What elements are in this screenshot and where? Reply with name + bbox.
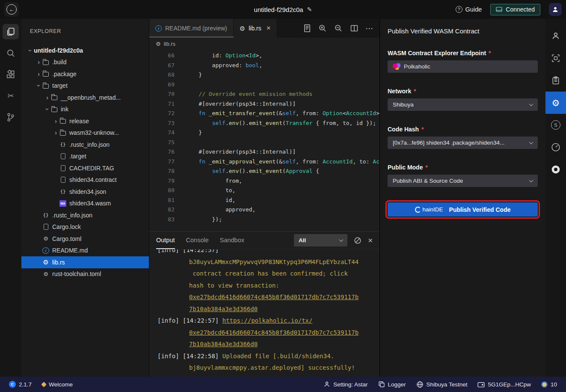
split-editor-icon[interactable] bbox=[350, 24, 359, 33]
code-line: 77 fn _emit_approval_event(&self, from: … bbox=[149, 157, 379, 167]
tab-console[interactable]: Console bbox=[186, 232, 209, 249]
balance-indicator[interactable]: 10 bbox=[538, 381, 560, 388]
question-icon: ? bbox=[456, 6, 462, 13]
setting-button[interactable]: Setting: Astar bbox=[320, 381, 370, 388]
chevron-right-icon: › bbox=[52, 129, 59, 136]
back-button[interactable]: ← bbox=[4, 2, 19, 17]
extensions-activity-button[interactable] bbox=[3, 67, 19, 82]
output-line: 7b10ab384a3e3d366d0 bbox=[157, 339, 379, 350]
tree-item-.package[interactable]: ›.package bbox=[21, 68, 149, 80]
tree-item-wasm32-unknow...[interactable]: ›wasm32-unknow... bbox=[21, 127, 149, 139]
endpoint-field[interactable]: Polkaholic bbox=[388, 60, 538, 73]
log-link[interactable]: 0xe27bdcd6416d66074c845b8f36d01717db7c7c… bbox=[189, 329, 359, 336]
ai-panel-button[interactable]: S bbox=[545, 114, 566, 136]
log-link[interactable]: 7b10ab384a3e3d366d0 bbox=[189, 341, 258, 347]
tree-item-lib.rs[interactable]: ⚙lib.rs bbox=[21, 256, 149, 268]
tree-item-label: wasm32-unknow... bbox=[69, 129, 119, 136]
tab-sandbox[interactable]: Sandbox bbox=[220, 232, 244, 249]
publish-panel: Publish Verified WASM Contract WASM Cont… bbox=[379, 19, 545, 377]
code-line: 67 approved: bool, bbox=[149, 61, 379, 71]
assistant-panel-button[interactable] bbox=[545, 25, 566, 47]
folder-icon bbox=[42, 59, 49, 65]
tree-item-cargo.toml[interactable]: ⚙Cargo.toml bbox=[21, 233, 149, 245]
tree-item--openbrush-metad...[interactable]: ›__openbrush_metad... bbox=[21, 92, 149, 104]
zoom-out-icon[interactable] bbox=[334, 24, 343, 33]
source-control-activity-button[interactable] bbox=[3, 110, 19, 125]
tree-item-cachedir.tag[interactable]: CACHEDIR.TAG bbox=[21, 162, 149, 174]
file-icon bbox=[59, 153, 66, 159]
tree-item-.rustc-info.json[interactable]: {}.rustc_info.json bbox=[21, 209, 149, 221]
network-indicator[interactable]: Shibuya Testnet bbox=[413, 381, 471, 388]
tree-item-untitled-f29d2c0a[interactable]: ›untitled-f29d2c0a bbox=[21, 45, 149, 56]
zoom-in-icon[interactable] bbox=[318, 24, 327, 33]
edit-title-icon[interactable]: ✎ bbox=[307, 6, 312, 13]
tree-item-shiden34.contract[interactable]: shiden34.contract bbox=[21, 174, 149, 186]
guide-button[interactable]: ? Guide bbox=[456, 6, 482, 13]
info-icon: i bbox=[155, 25, 162, 32]
select-code-hash[interactable]: [0x7a...fe96] shiden34 .package/shiden34… bbox=[388, 137, 538, 149]
tree-item-ink[interactable]: ›ink bbox=[21, 104, 149, 116]
open-preview-icon[interactable] bbox=[303, 24, 311, 33]
publish-settings-button[interactable]: ⚙ bbox=[545, 92, 566, 114]
sandbox-panel-button[interactable] bbox=[545, 47, 566, 69]
tree-item-label: release bbox=[69, 118, 89, 125]
explorer-activity-button[interactable] bbox=[3, 24, 19, 39]
clipboard-panel-button[interactable] bbox=[545, 69, 566, 92]
person-icon bbox=[552, 6, 559, 13]
close-panel-icon[interactable]: × bbox=[368, 236, 373, 244]
tree-item-shiden34.json[interactable]: {}shiden34.json bbox=[21, 186, 149, 198]
tree-item-.rustc-info.json[interactable]: {}.rustc_info.json bbox=[21, 139, 149, 151]
file-icon bbox=[59, 165, 66, 171]
code-line: 78 self.env().emit_event(Approval { bbox=[149, 166, 379, 176]
required-asterisk: * bbox=[424, 164, 427, 171]
title-group: untitled-f29d2c0a ✎ bbox=[254, 6, 312, 13]
avatar[interactable] bbox=[549, 3, 562, 16]
tree-item-.build[interactable]: ›.build bbox=[21, 56, 149, 68]
log-link[interactable]: 0xe27bdcd6416d66074c845b8f36d01717db7c7c… bbox=[189, 294, 359, 300]
tree-item-release[interactable]: ›release bbox=[21, 115, 149, 127]
tree-item-label: __openbrush_metad... bbox=[61, 94, 121, 101]
log-filter-select[interactable]: All bbox=[294, 234, 347, 246]
tree-item-target[interactable]: ›target bbox=[21, 80, 149, 92]
tree-item-label: .target bbox=[69, 153, 86, 160]
tab-output[interactable]: Output bbox=[156, 232, 175, 249]
breadcrumb[interactable]: ⚙ lib.rs bbox=[149, 38, 379, 50]
log-text: bJ8uyvLAMmxcMPpywvqV9P83NKtypq3P6M4FLpEY… bbox=[189, 258, 359, 265]
title-bar: ← untitled-f29d2c0a ✎ ? Guide Connected bbox=[0, 0, 566, 19]
gauge-panel-button[interactable] bbox=[545, 136, 566, 158]
tree-item-shiden34.wasm[interactable]: washiden34.wasm bbox=[21, 198, 149, 210]
log-link[interactable]: 7b10ab384a3e3d366d0 bbox=[189, 306, 258, 312]
code-line: 71 #[overrider(psp34::Internal)] bbox=[149, 99, 379, 109]
more-actions-icon[interactable]: ··· bbox=[366, 25, 373, 32]
tree-item-cargo.lock[interactable]: Cargo.lock bbox=[21, 221, 149, 233]
code-editor[interactable]: 66 id: Option<Id>,67 approved: bool,68 }… bbox=[149, 50, 379, 231]
select-network[interactable]: Shibuya bbox=[388, 98, 538, 111]
tree-item-rust-toolchain.toml[interactable]: ⚙rust-toolchain.toml bbox=[21, 268, 149, 280]
logger-button[interactable]: Logger bbox=[375, 381, 409, 388]
tree-item-.target[interactable]: .target bbox=[21, 151, 149, 163]
astar-panel-button[interactable] bbox=[545, 158, 566, 181]
search-activity-button[interactable] bbox=[3, 45, 19, 61]
tab-lib-rs[interactable]: ⚙ lib.rs × bbox=[234, 19, 277, 38]
folder-icon bbox=[51, 95, 58, 100]
balance-value: 10 bbox=[551, 381, 557, 388]
tree-item-label: .rustc_info.json bbox=[69, 141, 110, 148]
connected-button[interactable]: Connected bbox=[490, 4, 540, 15]
close-tab-icon[interactable]: × bbox=[267, 24, 271, 33]
chainide-logo-icon bbox=[415, 207, 421, 213]
tab-scrollbar[interactable] bbox=[149, 36, 234, 38]
version-indicator[interactable]: C 2.1.7 bbox=[6, 381, 35, 388]
tools-activity-button[interactable]: ✂ bbox=[3, 88, 19, 104]
output-log[interactable]: [info] [14:22:57]bJ8uyvLAMmxcMPpywvqV9P8… bbox=[149, 249, 379, 377]
tree-item-readme.md[interactable]: iREADME.md bbox=[21, 245, 149, 257]
clear-output-icon[interactable] bbox=[354, 237, 362, 244]
wallet-indicator[interactable]: 5G1GEp...HCpw bbox=[474, 381, 534, 388]
log-text: Uploaded file [.build/shiden34. bbox=[222, 353, 334, 359]
welcome-button[interactable]: Welcome bbox=[39, 381, 76, 388]
line-number: 68 bbox=[149, 70, 175, 80]
log-link[interactable]: https://polkaholic.io/tx/ bbox=[222, 317, 313, 324]
tab-readme-preview[interactable]: i README.md (preview) bbox=[149, 19, 234, 38]
output-line: 0xe27bdcd6416d66074c845b8f36d01717db7c7c… bbox=[157, 327, 379, 339]
publish-verified-code-button[interactable]: hainIDE Publish Verified Code bbox=[388, 202, 538, 217]
select-public-mode[interactable]: Publish ABI & Source Code bbox=[388, 175, 538, 187]
